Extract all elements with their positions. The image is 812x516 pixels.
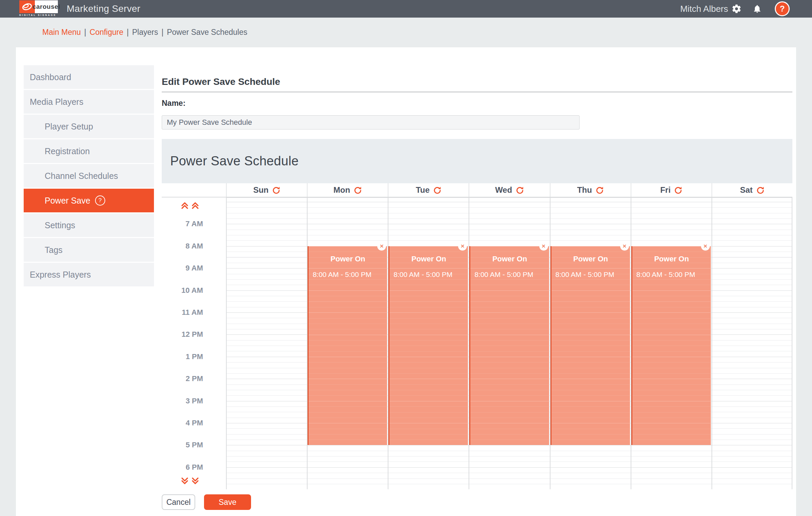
refresh-icon[interactable] — [595, 186, 604, 194]
breadcrumb-separator: | — [123, 28, 132, 37]
scroll-later-control[interactable] — [181, 477, 199, 485]
close-icon[interactable]: × — [539, 242, 548, 251]
day-header-row: SunMonTueWedThuFriSat — [162, 183, 792, 197]
help-icon[interactable]: ? — [95, 195, 105, 206]
grid-column-line — [712, 197, 712, 489]
hour-label: 12 PM — [162, 330, 203, 339]
refresh-icon[interactable] — [674, 186, 682, 194]
event-title: Power On — [309, 255, 387, 263]
breadcrumb-current-page: Power Save Schedules — [167, 28, 247, 37]
day-header-thu: Thu — [550, 183, 631, 197]
app-title: Marketing Server — [67, 0, 140, 18]
close-icon[interactable]: × — [701, 242, 710, 251]
event-title: Power On — [551, 255, 630, 263]
carousel-logo[interactable]: carousel DIGITAL SIGNAGE — [19, 0, 59, 17]
breadcrumb-separator: | — [158, 28, 167, 37]
hour-label: 4 PM — [162, 419, 203, 427]
event-time-range: 8:00 AM - 5:00 PM — [313, 271, 371, 279]
day-header-sat: Sat — [712, 183, 792, 197]
page-title: Edit Power Save Schedule — [162, 76, 280, 87]
refresh-icon[interactable] — [354, 186, 362, 194]
breadcrumb-separator: | — [81, 28, 90, 37]
day-label: Fri — [660, 185, 671, 195]
day-label: Sat — [740, 185, 752, 195]
sidebar-item-channel-schedules[interactable]: Channel Schedules — [24, 164, 154, 188]
heading-divider — [162, 92, 792, 92]
save-button[interactable]: Save — [204, 494, 251, 510]
close-icon[interactable]: × — [458, 242, 467, 251]
double-chevron-down-icon — [181, 477, 189, 485]
refresh-icon[interactable] — [433, 186, 442, 194]
gear-icon[interactable] — [731, 4, 742, 14]
sidebar-item-label: Channel Schedules — [45, 171, 118, 181]
sidebar-item-media-players[interactable]: Media Players — [24, 90, 154, 114]
form-actions: Cancel Save — [162, 494, 251, 510]
double-chevron-down-icon — [191, 477, 199, 485]
event-time-range: 8:00 AM - 5:00 PM — [636, 271, 695, 279]
refresh-icon[interactable] — [272, 186, 280, 194]
event-title: Power On — [389, 255, 468, 263]
day-header-sun: Sun — [226, 183, 307, 197]
event-time-range: 8:00 AM - 5:00 PM — [474, 271, 533, 279]
hour-label: 10 AM — [162, 286, 203, 295]
day-label: Tue — [416, 185, 430, 195]
day-header-mon: Mon — [307, 183, 388, 197]
schedule-grid[interactable]: ×Power On8:00 AM - 5:00 PM×Power On8:00 … — [162, 197, 792, 489]
hour-label: 2 PM — [162, 374, 203, 383]
scroll-earlier-control[interactable] — [181, 202, 199, 210]
bell-icon[interactable] — [752, 4, 762, 14]
sidebar-item-player-setup[interactable]: Player Setup — [24, 115, 154, 138]
sidebar-item-label: Media Players — [30, 97, 83, 107]
power-on-event-fri[interactable]: ×Power On8:00 AM - 5:00 PM — [631, 246, 711, 445]
sidebar-item-express-players[interactable]: Express Players — [24, 263, 154, 286]
breadcrumb-players[interactable]: Players — [132, 28, 158, 37]
schedule-name-input[interactable] — [162, 115, 580, 130]
double-chevron-up-icon — [181, 202, 189, 210]
refresh-icon[interactable] — [516, 186, 524, 194]
schedule-grid-columns[interactable]: ×Power On8:00 AM - 5:00 PM×Power On8:00 … — [226, 197, 792, 489]
sidebar-item-dashboard[interactable]: Dashboard — [24, 65, 154, 89]
sidebar-item-registration[interactable]: Registration — [24, 139, 154, 163]
breadcrumb-configure[interactable]: Configure — [90, 28, 123, 37]
cancel-button[interactable]: Cancel — [162, 494, 195, 510]
schedule-panel-header: Power Save Schedule — [162, 139, 792, 183]
day-label: Thu — [577, 185, 592, 195]
sidebar-item-power-save[interactable]: Power Save? — [24, 189, 154, 212]
sidebar-item-tags[interactable]: Tags — [24, 238, 154, 262]
power-on-event-tue[interactable]: ×Power On8:00 AM - 5:00 PM — [388, 246, 468, 445]
close-icon[interactable]: × — [620, 242, 629, 251]
sidebar-item-settings[interactable]: Settings — [24, 213, 154, 237]
hour-label: 1 PM — [162, 352, 203, 361]
sidebar-item-label: Tags — [45, 245, 63, 255]
power-on-event-wed[interactable]: ×Power On8:00 AM - 5:00 PM — [469, 246, 549, 445]
sidebar-item-label: Registration — [45, 146, 90, 156]
event-time-range: 8:00 AM - 5:00 PM — [556, 271, 614, 279]
day-label: Sun — [253, 185, 268, 195]
hour-label: 8 AM — [162, 242, 203, 251]
refresh-icon[interactable] — [756, 186, 765, 194]
day-label: Wed — [495, 185, 512, 195]
grid-column-line — [792, 197, 792, 489]
hour-label: 9 AM — [162, 264, 203, 273]
close-icon[interactable]: × — [377, 242, 386, 251]
breadcrumb: Main Menu|Configure|Players|Power Save S… — [42, 28, 247, 37]
help-icon[interactable]: ? — [775, 1, 790, 16]
hour-label: 7 AM — [162, 219, 203, 228]
event-title: Power On — [632, 255, 711, 263]
hour-label: 3 PM — [162, 397, 203, 405]
sidebar-item-label: Settings — [45, 220, 75, 230]
event-title: Power On — [470, 255, 549, 263]
sidebar-item-label: Power Save — [45, 196, 90, 206]
sidebar-item-label: Player Setup — [45, 122, 93, 132]
user-name[interactable]: Mitch Albers — [680, 4, 728, 14]
double-chevron-up-icon — [191, 202, 199, 210]
hour-label: 5 PM — [162, 441, 203, 449]
hour-label: 11 AM — [162, 308, 203, 317]
breadcrumb-main-menu[interactable]: Main Menu — [42, 28, 81, 37]
logo-wordmark: carousel — [32, 3, 60, 10]
power-on-event-mon[interactable]: ×Power On8:00 AM - 5:00 PM — [308, 246, 387, 445]
power-on-event-thu[interactable]: ×Power On8:00 AM - 5:00 PM — [550, 246, 630, 445]
schedule-panel-title: Power Save Schedule — [170, 154, 299, 168]
content-card: DashboardMedia PlayersPlayer SetupRegist… — [16, 47, 796, 516]
grid-column-line — [226, 197, 227, 489]
